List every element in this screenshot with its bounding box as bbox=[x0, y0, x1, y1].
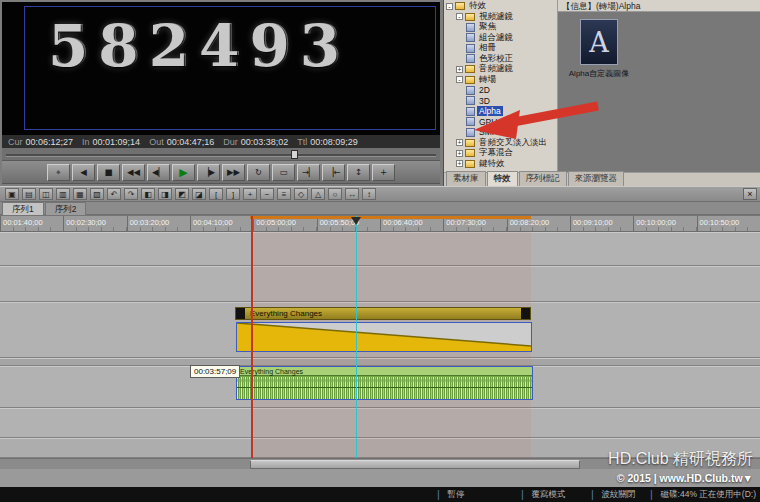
toolbar-undo-icon[interactable]: ↶ bbox=[107, 188, 121, 200]
sequence-tab-seq1[interactable]: 序列1 bbox=[2, 202, 44, 215]
toolbar-mode-a-icon[interactable]: ◧ bbox=[141, 188, 155, 200]
toolbar-copy-icon[interactable]: ▥ bbox=[56, 188, 70, 200]
effects-panel-body: -特效-視頻濾鏡聚焦組合濾鏡相冊色彩校正+音頻濾鏡-轉場2D3DAlphaGPU… bbox=[444, 0, 760, 172]
timecode-ttl-label: Ttl bbox=[297, 137, 307, 147]
timecode-cur-value: 00:06:12;27 bbox=[26, 137, 74, 147]
loop-button[interactable]: ↻ bbox=[247, 164, 270, 181]
toolbar-pattern-icon[interactable]: ▧ bbox=[90, 188, 104, 200]
effect-icon bbox=[466, 54, 475, 63]
next-frame-button[interactable]: ▕▶ bbox=[197, 164, 220, 181]
expand-toggle-icon[interactable]: + bbox=[456, 139, 463, 146]
playhead-marker[interactable] bbox=[351, 217, 361, 225]
status-playback-state: ▏暫停 bbox=[438, 489, 465, 501]
display-mode-button[interactable]: ▭ bbox=[272, 164, 295, 181]
toolbar-paste-icon[interactable]: ▦ bbox=[73, 188, 87, 200]
toolbar-mark-out-icon[interactable]: ] bbox=[226, 188, 240, 200]
toolbar-mode-c-icon[interactable]: ◩ bbox=[175, 188, 189, 200]
tree-item-transition-alpha[interactable]: Alpha bbox=[444, 106, 557, 117]
toolbar-cut-icon[interactable]: ◫ bbox=[39, 188, 53, 200]
expand-toggle-icon[interactable]: - bbox=[456, 76, 463, 83]
alpha-effect-thumbnail[interactable]: A Alpha自定義圖像 bbox=[570, 19, 628, 79]
tree-item-transition-2d[interactable]: 2D bbox=[444, 85, 557, 96]
toolbar-redo-icon[interactable]: ↷ bbox=[124, 188, 138, 200]
jog-button[interactable]: ⌖ bbox=[47, 164, 70, 181]
toolbar-add-icon[interactable]: + bbox=[243, 188, 257, 200]
tree-item-label: GPU bbox=[477, 117, 499, 127]
timecode-ttl: Ttl00:08:09;29 bbox=[297, 137, 358, 147]
expand-button[interactable]: ↕ bbox=[347, 164, 370, 181]
audio-clip[interactable]: Everything Changes bbox=[236, 366, 533, 400]
add-marker-button[interactable]: + bbox=[372, 164, 395, 181]
timecode-dur-value: 00:03:38;02 bbox=[241, 137, 289, 147]
toolbar-mode-b-icon[interactable]: ◨ bbox=[158, 188, 172, 200]
toolbar-bin-icon[interactable]: ▤ bbox=[22, 188, 36, 200]
palette-tabs: 素材庫特效序列標記來源瀏覽器 bbox=[444, 172, 760, 186]
alpha-effect-icon: A bbox=[580, 19, 618, 65]
status-playback-state-text: 暫停 bbox=[448, 489, 465, 501]
toolbar-save-icon[interactable]: ▣ bbox=[5, 188, 19, 200]
video-clip[interactable]: Everything Changes bbox=[235, 307, 531, 320]
tree-item-video-filters[interactable]: -視頻濾鏡 bbox=[444, 12, 557, 23]
sequence-tab-seq2[interactable]: 序列2 bbox=[45, 202, 87, 215]
timeline-toolbar: ▣▤◫▥▦▧↶↷◧◨◩◪[]+−≡◇△○↔↕ bbox=[0, 186, 760, 202]
expand-toggle-icon[interactable]: - bbox=[456, 13, 463, 20]
timeline-h-scrollbar-thumb[interactable] bbox=[250, 460, 580, 469]
effects-tree: -特效-視頻濾鏡聚焦組合濾鏡相冊色彩校正+音頻濾鏡-轉場2D3DAlphaGPU… bbox=[444, 0, 558, 172]
effect-icon bbox=[466, 33, 475, 42]
tree-item-label: SMPTE bbox=[477, 127, 510, 137]
status-separator: ▏ bbox=[438, 490, 445, 500]
palette-tab-source-browser[interactable]: 來源瀏覽器 bbox=[568, 171, 625, 186]
toolbar-mode-d-icon[interactable]: ◪ bbox=[192, 188, 206, 200]
watermark-title: HD.Club 精研視務所 bbox=[608, 449, 753, 470]
tree-item-label: Alpha bbox=[477, 106, 503, 116]
status-edit-mode: ▏覆寫模式 bbox=[522, 489, 566, 501]
tree-item-combine-filters[interactable]: 組合濾鏡 bbox=[444, 33, 557, 44]
palette-tab-bin[interactable]: 素材庫 bbox=[446, 171, 486, 186]
position-slider[interactable] bbox=[2, 148, 440, 161]
folder-icon bbox=[465, 76, 475, 84]
toolbar-snap-icon[interactable]: ○ bbox=[328, 188, 342, 200]
toolbar-remove-icon[interactable]: − bbox=[260, 188, 274, 200]
goto-out-button[interactable]: ▕← bbox=[322, 164, 345, 181]
tree-item-key-effects[interactable]: +鍵特效 bbox=[444, 159, 557, 170]
prev-frame-button[interactable]: ◀▏ bbox=[147, 164, 170, 181]
fast-forward-button[interactable]: ▶▶ bbox=[222, 164, 245, 181]
tree-item-transitions[interactable]: -轉場 bbox=[444, 75, 557, 86]
expand-toggle-icon[interactable]: - bbox=[446, 3, 453, 10]
close-icon[interactable]: × bbox=[743, 188, 757, 200]
tree-item-label: 2D bbox=[477, 85, 492, 95]
status-disk-usage-text: 磁碟:44% 正在使用中(D:) bbox=[661, 489, 756, 501]
palette-tab-sequence-marker[interactable]: 序列標記 bbox=[519, 171, 567, 186]
timecode-ttl-value: 00:08:09;29 bbox=[310, 137, 358, 147]
effects-panel: -特效-視頻濾鏡聚焦組合濾鏡相冊色彩校正+音頻濾鏡-轉場2D3DAlphaGPU… bbox=[443, 0, 760, 186]
timecode-out: Out00:04:47;16 bbox=[149, 137, 214, 147]
playhead-line bbox=[356, 216, 357, 458]
app-window: 582493 Cur00:06:12;27In00:01:09;14Out00:… bbox=[0, 0, 760, 502]
stop-button[interactable]: ■ bbox=[97, 164, 120, 181]
palette-tab-effect[interactable]: 特效 bbox=[487, 171, 518, 186]
toolbar-sync-icon[interactable]: △ bbox=[311, 188, 325, 200]
play-button[interactable]: ▶ bbox=[172, 164, 195, 181]
toolbar-mark-in-icon[interactable]: [ bbox=[209, 188, 223, 200]
goto-in-button[interactable]: →▏ bbox=[297, 164, 320, 181]
tree-item-transition-3d[interactable]: 3D bbox=[444, 96, 557, 107]
status-separator: ▏ bbox=[592, 490, 599, 500]
expand-toggle-icon[interactable]: + bbox=[456, 66, 463, 73]
toolbar-ripple-icon[interactable]: ◇ bbox=[294, 188, 308, 200]
clip-opacity-ramp[interactable] bbox=[236, 322, 532, 352]
timecode-dur-label: Dur bbox=[223, 137, 238, 147]
expand-toggle-icon[interactable]: + bbox=[456, 160, 463, 167]
tree-item-audio-filters[interactable]: +音頻濾鏡 bbox=[444, 64, 557, 75]
expand-toggle-icon[interactable]: + bbox=[456, 150, 463, 157]
toolbar-v-zoom-icon[interactable]: ↕ bbox=[362, 188, 376, 200]
toolbar-h-zoom-icon[interactable]: ↔ bbox=[345, 188, 359, 200]
sequence-tabs: 序列1序列2 bbox=[2, 202, 86, 215]
ruler-label: 00:10:50;00 bbox=[697, 216, 760, 231]
timecode-out-label: Out bbox=[149, 137, 164, 147]
status-separator: ▏ bbox=[651, 490, 658, 500]
position-slider-thumb[interactable] bbox=[291, 150, 298, 159]
rewind-button[interactable]: ◀◀ bbox=[122, 164, 145, 181]
review-button[interactable]: ◀ bbox=[72, 164, 95, 181]
toolbar-menu-icon[interactable]: ≡ bbox=[277, 188, 291, 200]
tree-item-transition-gpu[interactable]: GPU bbox=[444, 117, 557, 128]
